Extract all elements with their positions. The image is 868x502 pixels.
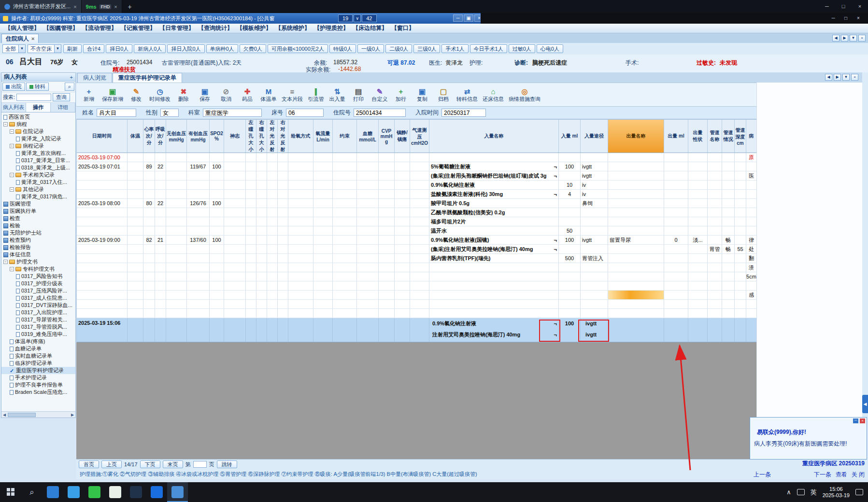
tree-item-32[interactable]: 血糖记录单: [1, 345, 75, 352]
column-header-lp[interactable]: 左瞳孔大小: [246, 120, 256, 153]
column-header-tube_depth[interactable]: 管道深度 cm: [735, 120, 746, 153]
language-indicator[interactable]: 英: [811, 488, 817, 497]
toolbar-query-button[interactable]: ◎病情措施查询: [507, 84, 542, 105]
tree-item-11[interactable]: 黄泽龙_0317病危...: [1, 193, 75, 200]
tree-item-4[interactable]: −病程记录: [1, 142, 75, 150]
table-row-14[interactable]: [77, 281, 756, 291]
menu-item-3[interactable]: 【记账管理】: [120, 24, 157, 32]
table-row-2[interactable]: (集采)注射用头孢哌酮钠舒巴坦钠(坦叮瑞)皮试 3g¬ivgtt医: [77, 171, 756, 181]
tree-item-22[interactable]: 0317_风险告知书: [1, 273, 75, 280]
scrollbar-thumb[interactable]: [8, 413, 36, 417]
column-header-mind[interactable]: 神志: [224, 120, 246, 153]
column-header-tube_stat[interactable]: 管道 情况: [722, 120, 735, 153]
jump-button[interactable]: 跳转: [217, 460, 237, 468]
column-header-ibp[interactable]: 有创血压 mmHg: [187, 120, 210, 153]
tree-item-26[interactable]: 0317_DVT深静脉血...: [1, 302, 75, 309]
column-header-out_ml[interactable]: 出量 ml: [664, 120, 688, 153]
taskbar-search-button[interactable]: ⌕: [21, 482, 43, 502]
menu-item-1[interactable]: 【医嘱管理】: [43, 24, 79, 32]
close-icon[interactable]: ×: [31, 36, 34, 42]
tree-item-8[interactable]: −手术相关记录: [1, 171, 75, 179]
filter-button-8[interactable]: 特级0人: [329, 44, 356, 53]
tab-close-icon[interactable]: ×: [73, 4, 76, 10]
tab-list-icon[interactable]: ▼: [850, 35, 857, 42]
inner-window-minimize-icon[interactable]: ─: [453, 14, 463, 22]
filter-button-9[interactable]: 一级0人: [357, 44, 384, 53]
column-header-cond[interactable]: 病: [746, 120, 757, 153]
toolbar-save-button[interactable]: ▣保存: [195, 84, 215, 105]
first-page-button[interactable]: 首页: [79, 460, 99, 468]
view-link[interactable]: 查看: [836, 471, 847, 479]
toolbar-archive-button[interactable]: ▢归档: [433, 84, 454, 105]
toolbar-print-button[interactable]: ▤打印: [348, 84, 369, 105]
column-header-out_char[interactable]: 出量 性状: [688, 120, 708, 153]
close-link[interactable]: 关 闭: [852, 471, 865, 479]
filter-button-2[interactable]: 择日0人: [106, 44, 132, 53]
scroll-right-icon[interactable]: ▶: [841, 35, 848, 42]
column-header-glu[interactable]: 血糖 mmol/L: [357, 120, 379, 153]
chevron-down-icon[interactable]: ▼: [54, 45, 61, 53]
tree-item-6[interactable]: 0317_黄泽龙_日常...: [1, 157, 75, 164]
collapse-left-icon[interactable]: ◀: [862, 395, 868, 413]
menu-item-6[interactable]: 【模板维护】: [236, 24, 272, 32]
menu-item-8[interactable]: 【护理质控】: [313, 24, 350, 32]
column-header-sed[interactable]: 镇静/ 镇痛: [395, 120, 410, 153]
expander-icon[interactable]: −: [10, 173, 14, 177]
tree-item-19[interactable]: 体征信息: [1, 251, 75, 258]
action-center-icon[interactable]: [855, 489, 863, 495]
tree-item-36[interactable]: 手术护理记录: [1, 374, 75, 381]
table-row-12[interactable]: 溃: [77, 263, 756, 272]
expander-icon[interactable]: −: [10, 144, 14, 148]
filter-button-6[interactable]: 欠费0人: [240, 44, 266, 53]
prev-page-button[interactable]: 上页: [101, 460, 122, 468]
tab-close-icon[interactable]: ×: [114, 4, 117, 10]
browser-tab-main[interactable]: 漳州古雷港经济开发区... ×: [0, 0, 82, 13]
column-header-dt[interactable]: 日期时间: [77, 120, 128, 153]
tree-item-18[interactable]: 检验报告: [1, 244, 75, 251]
menu-item-10[interactable]: 【窗口】: [390, 24, 415, 32]
sidebar-horizontal-scrollbar[interactable]: ◀ ▶: [1, 411, 75, 418]
column-header-in_route[interactable]: 入量途径: [581, 120, 608, 153]
discharge-button[interactable]: 出院: [2, 83, 25, 91]
chat-icon[interactable]: [797, 489, 805, 495]
table-row-7[interactable]: 福多司坦片2片: [77, 217, 756, 226]
table-row-16[interactable]: [77, 300, 756, 309]
inner-window-maximize-icon[interactable]: ▣: [464, 14, 473, 22]
table-row-1[interactable]: 2025-03-19 07:018922119/671005%葡萄糖注射液¬10…: [77, 162, 756, 171]
tab-patient-browse[interactable]: 病人浏览: [77, 73, 112, 83]
tab-record-sheet[interactable]: 重症医学科护理记录单: [113, 73, 182, 83]
menu-item-5[interactable]: 【查询统计】: [197, 24, 234, 32]
filter-button-11[interactable]: 三级0人: [413, 44, 440, 53]
toolbar-new-button[interactable]: +新增: [79, 84, 99, 105]
tree-item-21[interactable]: −专科护理文书: [1, 265, 75, 273]
menu-item-0[interactable]: 【病人管理】: [4, 24, 41, 32]
column-header-rp[interactable]: 右瞳孔大小: [256, 120, 267, 153]
tree-item-7[interactable]: 0318_黄泽龙_上级...: [1, 164, 75, 171]
sidebar-tab-2[interactable]: 详细: [51, 103, 75, 112]
filter-button-3[interactable]: 新病人0人: [134, 44, 166, 53]
tree-item-31[interactable]: 体温单(疼痛): [1, 338, 75, 345]
column-header-in_ml[interactable]: 入量 ml: [559, 120, 581, 153]
filter-button-1[interactable]: 合计4: [83, 44, 104, 53]
toolbar-save-new-button[interactable]: ▣保存新增: [100, 84, 125, 105]
sidebar-tab-1[interactable]: 操作: [26, 103, 51, 112]
expander-icon[interactable]: −: [10, 187, 14, 192]
sex-field[interactable]: 女: [160, 109, 179, 117]
tree-item-15[interactable]: 检验: [1, 222, 75, 229]
tree-item-14[interactable]: 检查: [1, 215, 75, 222]
taskbar-app-notepad[interactable]: [105, 482, 126, 502]
tree-item-17[interactable]: 检查预约: [1, 237, 75, 244]
expander-icon[interactable]: −: [3, 122, 8, 126]
scroll-right-icon[interactable]: ▶: [834, 74, 841, 81]
column-header-hr[interactable]: 心率 次/分: [143, 120, 155, 153]
column-header-rl[interactable]: 右对光反射: [278, 120, 288, 153]
toolbar-transfer-info-button[interactable]: ⇄转科信息: [455, 84, 480, 105]
toolbar-edit-button[interactable]: ✎修改: [126, 84, 146, 105]
scroll-right-icon[interactable]: ▶: [70, 413, 75, 417]
toolbar-time-edit-button[interactable]: ◷时间修改: [147, 84, 172, 105]
bed-field[interactable]: 06: [286, 109, 324, 117]
tree-item-9[interactable]: 黄泽龙_0317入住...: [1, 179, 75, 186]
tab-inpatients[interactable]: 住院病人 ×: [1, 34, 39, 43]
column-header-airway[interactable]: 气道测压 cmH2O: [410, 120, 429, 153]
toolbar-custom-button[interactable]: ✎自定义: [370, 84, 390, 105]
